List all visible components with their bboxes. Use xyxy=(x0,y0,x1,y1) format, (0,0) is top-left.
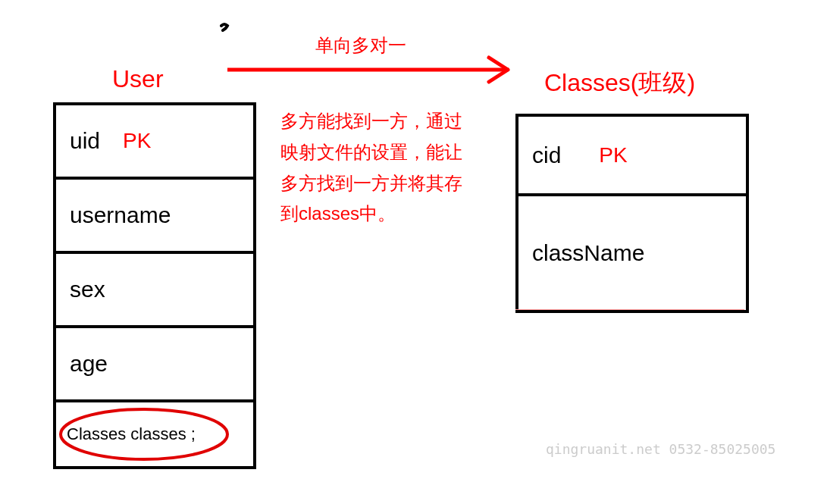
relationship-description: 多方能找到一方，通过映射文件的设置，能让多方找到一方并将其存到classes中。 xyxy=(280,106,478,230)
field-name: username xyxy=(70,202,171,228)
classes-field-classname: className xyxy=(518,196,746,310)
field-name: sex xyxy=(70,277,105,302)
user-entity-table: uid PK username sex age Classes classes … xyxy=(53,102,256,469)
field-name: age xyxy=(70,351,108,377)
field-name: Classes classes ; xyxy=(67,424,196,444)
classes-entity-title: Classes(班级) xyxy=(544,67,695,100)
user-field-sex: sex xyxy=(56,254,253,328)
watermark-text: qingruanit.net 0532-85025005 xyxy=(546,441,775,457)
stray-line xyxy=(515,309,744,310)
user-field-uid: uid PK xyxy=(56,105,253,180)
classes-entity-table: cid PK className xyxy=(515,114,749,313)
user-field-username: username xyxy=(56,180,253,254)
user-field-age: age xyxy=(56,328,253,402)
field-name: cid xyxy=(532,142,561,168)
stray-mark xyxy=(220,21,235,36)
user-entity-title: User xyxy=(112,65,164,93)
pk-badge: PK xyxy=(123,129,151,153)
pk-badge: PK xyxy=(599,143,627,167)
user-field-classes-ref: Classes classes ; xyxy=(56,402,253,466)
field-name: className xyxy=(532,240,644,266)
relationship-arrow-icon xyxy=(227,53,531,91)
field-name: uid xyxy=(70,128,100,154)
classes-field-cid: cid PK xyxy=(518,117,746,196)
